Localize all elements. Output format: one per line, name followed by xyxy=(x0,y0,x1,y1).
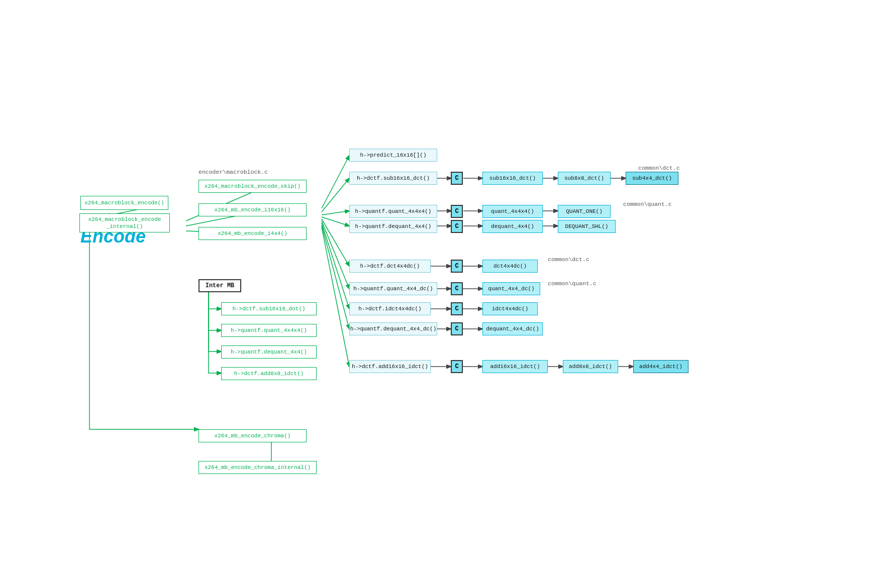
arrows-svg xyxy=(0,0,890,588)
svg-line-9 xyxy=(322,221,349,289)
svg-line-7 xyxy=(322,217,349,226)
node-dct4x4dc[interactable]: dct4x4dc() xyxy=(482,260,538,273)
node-inter-sub16x16[interactable]: h->dctf.sub16x16_dot() xyxy=(221,302,317,315)
node-sub8x8-dct[interactable]: sub8x8_dct() xyxy=(558,172,611,185)
diagram-container: Encode x264_macroblock_encode() x264_mac… xyxy=(0,0,890,588)
node-h-predict-16x16[interactable]: h->predict_16x16[]() xyxy=(349,149,437,162)
file-label-common-quant-1: common\quant.c xyxy=(623,201,672,207)
node-x264-mb-encode-chroma-internal[interactable]: x264_mb_encode_chroma_internal() xyxy=(199,461,317,474)
svg-line-8 xyxy=(322,219,349,266)
node-x264-mb-encode-i16x16[interactable]: x264_mb_encode_i16x16() xyxy=(199,203,307,216)
node-h-quantf-quant-4x4-dc[interactable]: h->quantf.quant_4x4_dc() xyxy=(349,282,437,295)
node-h-dctf-dct4x4dc[interactable]: h->dctf.dct4x4dc() xyxy=(349,260,431,273)
node-add16x16-idct[interactable]: add16x16_idct() xyxy=(482,360,548,373)
node-c7: C xyxy=(451,322,463,335)
node-sub4x4-dct[interactable]: sub4x4_dct() xyxy=(626,172,678,185)
node-add8x8-idct[interactable]: add8x8_idct() xyxy=(563,360,618,373)
node-inter-add8x8-idct[interactable]: h->dctf.add8x8_idct() xyxy=(221,367,317,380)
node-x264-mb-encode-i4x4[interactable]: x264_mb_encode_i4x4() xyxy=(199,227,307,240)
node-quant-4x4-dc[interactable]: quant_4x4_dc() xyxy=(482,282,540,295)
node-inter-dequant-4x4[interactable]: h->quantf.dequant_4x4() xyxy=(221,345,317,359)
node-idct4x4dc[interactable]: idct4x4dc() xyxy=(482,302,538,315)
node-inter-quant-4x4x4[interactable]: h->quantf.quant_4x4x4() xyxy=(221,324,317,337)
file-label-encoder-macroblock: encoder\macroblock.c xyxy=(199,169,268,175)
node-add4x4-idct[interactable]: add4x4_idct() xyxy=(633,360,688,373)
svg-line-11 xyxy=(322,225,349,329)
svg-line-4 xyxy=(322,156,349,208)
svg-line-6 xyxy=(322,211,349,215)
node-x264-macroblock-encode[interactable]: x264_macroblock_encode() xyxy=(80,196,168,210)
node-quant-one[interactable]: QUANT_ONE() xyxy=(558,205,611,218)
node-c2: C xyxy=(451,205,463,218)
file-label-common-dct-2: common\dct.c xyxy=(548,256,589,263)
node-x264-macroblock-encode-internal[interactable]: x264_macroblock_encode _internal() xyxy=(79,213,170,232)
node-c3: C xyxy=(451,220,463,233)
node-c6: C xyxy=(451,302,463,315)
node-dequant-shl[interactable]: DEQUANT_SHL() xyxy=(558,220,616,233)
node-h-quantf-dequant-4x4-dc[interactable]: h->quantf.dequant_4x4_dc() xyxy=(349,322,437,335)
node-inter-mb[interactable]: Inter MB xyxy=(199,279,241,292)
node-h-quantf-quant-4x4x4[interactable]: h->quantf.quant_4x4x4() xyxy=(349,205,437,218)
node-dequant-4x4-dc[interactable]: dequant_4x4_dc() xyxy=(482,322,543,335)
node-h-dctf-idct4x4dc[interactable]: h->dctf.idct4x4dc() xyxy=(349,302,431,315)
node-x264-mb-encode-chroma[interactable]: x264_mb_encode_chroma() xyxy=(199,429,307,442)
node-dequant-4x4[interactable]: dequant_4x4() xyxy=(482,220,543,233)
svg-line-5 xyxy=(322,178,349,212)
node-c1: C xyxy=(451,172,463,185)
node-x264-macroblock-encode-skip[interactable]: x264_macroblock_encode_skip() xyxy=(199,180,307,193)
node-sub16x16-dct[interactable]: sub16x16_dct() xyxy=(482,172,543,185)
node-c5: C xyxy=(451,282,463,295)
node-h-dctf-sub16x16[interactable]: h->dctf.sub16x16_dct() xyxy=(349,172,437,185)
node-c4: C xyxy=(451,260,463,273)
node-h-quantf-dequant-4x4[interactable]: h->quantf.dequant_4x4() xyxy=(349,220,437,233)
node-quant-4x4x4[interactable]: quant_4x4x4() xyxy=(482,205,543,218)
file-label-common-dct-1: common\dct.c xyxy=(638,165,680,171)
node-c8: C xyxy=(451,360,463,373)
node-h-dctf-add16x16-idct[interactable]: h->dctf.add16x16_idct() xyxy=(349,360,431,373)
file-label-common-quant-2: common\quant.c xyxy=(548,280,597,287)
